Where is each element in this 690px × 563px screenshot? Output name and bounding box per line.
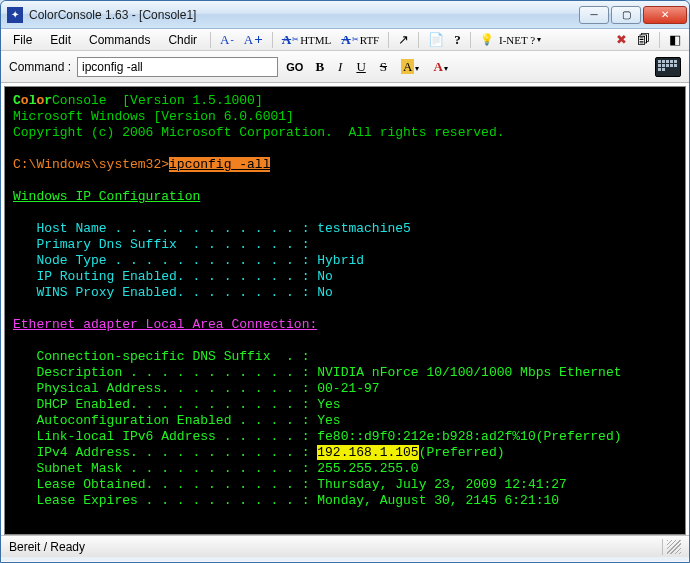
font-decrease-button[interactable]: A- (216, 30, 238, 50)
toggle-button[interactable]: ◧ (665, 30, 685, 50)
menu-file[interactable]: File (5, 31, 40, 49)
copy-page-icon[interactable]: 🗐 (633, 30, 654, 50)
delete-button[interactable]: ✖ (612, 30, 631, 50)
font-color-button[interactable]: A▾ (429, 57, 451, 77)
console-output: ColorConsole [Version 1.5.1000] Microsof… (5, 87, 686, 534)
maximize-button[interactable]: ▢ (611, 6, 641, 24)
export-html-button[interactable]: A✂HTML (278, 30, 336, 50)
menu-commands[interactable]: Commands (81, 31, 158, 49)
underline-button[interactable]: U (352, 57, 369, 77)
command-bar: Command : GO B I U S A▾ A▾ (1, 51, 689, 83)
bold-button[interactable]: B (311, 57, 328, 77)
font-increase-button[interactable]: A+ (240, 29, 267, 50)
keyboard-icon[interactable] (655, 57, 681, 77)
app-window: ColorConsole 1.63 - [Console1] ─ ▢ ✕ Fil… (0, 0, 690, 563)
console-scroll[interactable]: ColorConsole [Version 1.5.1000] Microsof… (4, 86, 686, 535)
menu-chdir[interactable]: Chdir (160, 31, 205, 49)
help-button[interactable]: ? (450, 30, 465, 50)
highlight-button[interactable]: A▾ (397, 57, 423, 77)
strike-button[interactable]: S (376, 57, 391, 77)
go-button[interactable]: GO (284, 61, 305, 73)
inet-menu[interactable]: 💡 I-NET ?▾ (476, 30, 545, 50)
window-title: ColorConsole 1.63 - [Console1] (29, 8, 579, 22)
close-button[interactable]: ✕ (643, 6, 687, 24)
minimize-button[interactable]: ─ (579, 6, 609, 24)
app-icon (7, 7, 23, 23)
export-rtf-button[interactable]: A✂RTF (337, 30, 383, 50)
titlebar[interactable]: ColorConsole 1.63 - [Console1] ─ ▢ ✕ (1, 1, 689, 29)
command-label: Command : (9, 60, 71, 74)
tool-arrow-icon[interactable]: ↗ (394, 30, 413, 50)
command-input[interactable] (77, 57, 278, 77)
statusbar: Bereit / Ready (1, 535, 689, 557)
italic-button[interactable]: I (334, 57, 346, 77)
menu-edit[interactable]: Edit (42, 31, 79, 49)
new-page-icon[interactable]: 📄 (424, 30, 448, 50)
ipv4-highlight: 192.168.1.105 (317, 445, 418, 460)
resize-grip-icon[interactable] (667, 540, 681, 554)
menubar: File Edit Commands Chdir A- A+ A✂HTML A✂… (1, 29, 689, 51)
status-text: Bereit / Ready (9, 540, 85, 554)
console-area: ColorConsole [Version 1.5.1000] Microsof… (1, 83, 689, 535)
